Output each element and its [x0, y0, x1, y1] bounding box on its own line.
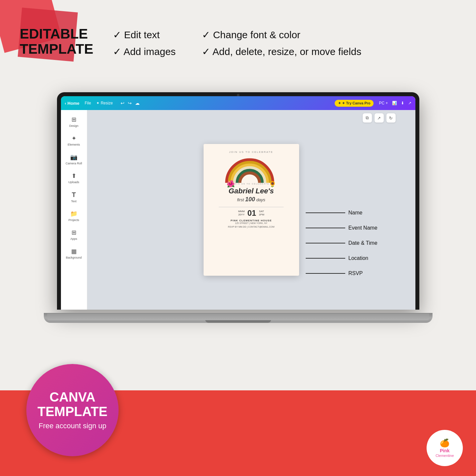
share-icon[interactable]: ↗	[408, 101, 411, 105]
flower-left: 🌺	[227, 180, 235, 188]
sidebar-text-label: Text	[71, 200, 77, 203]
circle-title: CANVATEMPLATE	[38, 390, 108, 419]
back-arrow-icon: ‹	[65, 101, 66, 106]
canva-topbar: ‹ Home File ✦ Resize ↩ ↪ ☁ ✦	[61, 96, 415, 110]
sidebar-item-elements[interactable]: ✦ Elements	[62, 132, 85, 149]
invite-sat-block: SAT 1PM	[259, 210, 264, 216]
sidebar-projects-label: Projects	[69, 218, 79, 222]
elements-icon: ✦	[71, 135, 76, 142]
pc-label: PC +	[379, 101, 388, 105]
invite-rsvp: RSVP BY MM.DD | CONTACT@EMAIL.COM	[228, 226, 274, 228]
fruit-icon: 🍊	[440, 438, 450, 448]
canva-canvas-area: ⧉ ↗ ↻ JOIN US TO CELEBRATE	[87, 110, 415, 310]
invitation-card: JOIN US TO CELEBRATE	[204, 144, 299, 276]
refresh-icon[interactable]: ↻	[386, 113, 396, 123]
canva-top-right-icons: PC + 📊 ⬇ ↗	[379, 101, 411, 105]
rsvp-annotation-label: RSVP	[349, 270, 363, 276]
sidebar-design-label: Design	[69, 124, 78, 127]
feature-3: ✓ Change font & color	[202, 26, 361, 43]
try-canva-pro-button[interactable]: ✦ ✦ Try Canva Pro	[335, 100, 374, 107]
canva-resize-button[interactable]: ✦ Resize	[96, 101, 113, 105]
circle-subtitle: Free account sign up	[39, 421, 106, 431]
canva-sidebar: ⊞ Design ✦ Elements 📷 Camera Roll	[61, 110, 87, 310]
sidebar-item-projects[interactable]: 📁 Projects	[62, 208, 85, 224]
rainbow-area: JOIN US TO CELEBRATE 🌺 🌻	[223, 155, 279, 186]
rsvp-annotation-line	[306, 273, 345, 274]
card-with-annotations: JOIN US TO CELEBRATE	[204, 144, 299, 276]
annotation-rsvp: RSVP	[306, 270, 378, 276]
sidebar-background-label: Background	[66, 256, 82, 259]
brand-logo: 🍊 Pink Clementine	[427, 430, 463, 466]
annotation-layer: Name Event Name Date & Time	[306, 210, 378, 276]
laptop-keyboard	[47, 314, 429, 320]
date-annotation-line	[306, 243, 345, 243]
annotation-location: Location	[306, 255, 378, 261]
location-annotation-label: Location	[349, 255, 369, 261]
join-us-arc: JOIN US TO CELEBRATE	[233, 183, 269, 185]
sidebar-camera-label: Camera Roll	[66, 162, 82, 165]
1pm-label: 1PM	[259, 213, 264, 216]
feature-1: ✓ Edit text	[113, 26, 176, 43]
invite-location-name: PINK CLEMENTINE HOUSE	[231, 219, 272, 222]
brand-sub-name: Clementine	[435, 454, 454, 458]
laptop-bezel: ‹ Home File ✦ Resize ↩ ↪ ☁ ✦	[57, 92, 419, 310]
sidebar-item-background[interactable]: ▦ Background	[62, 245, 85, 262]
redo-icon[interactable]: ↪	[128, 100, 132, 106]
sidebar-item-text[interactable]: T Text	[62, 188, 85, 206]
top-info-area: EDITABLETEMPLATE ✓ Edit text ✓ Add image…	[20, 26, 456, 60]
laptop-mockup: ‹ Home File ✦ Resize ↩ ↪ ☁ ✦	[57, 92, 419, 323]
sidebar-item-apps[interactable]: ⊞ Apps	[62, 226, 85, 243]
chart-icon[interactable]: 📊	[392, 101, 397, 105]
copy-icon[interactable]: ⧉	[363, 113, 372, 123]
canva-toolbar-icons: ↩ ↪ ☁	[121, 100, 140, 106]
canva-file-menu[interactable]: File	[85, 101, 91, 105]
first-word: first	[237, 197, 244, 202]
feature-2: ✓ Add images	[113, 43, 176, 60]
sidebar-item-camera-roll[interactable]: 📷 Camera Roll	[62, 151, 85, 168]
event-name-annotation-line	[306, 228, 345, 228]
camera-icon: 📷	[70, 154, 77, 161]
name-annotation-label: Name	[349, 210, 363, 216]
name-annotation-line	[306, 212, 345, 213]
annotation-name: Name	[306, 210, 378, 216]
annotation-event-name: Event Name	[306, 225, 378, 231]
sidebar-item-design[interactable]: ⊞ Design	[62, 113, 85, 130]
sidebar-uploads-label: Uploads	[68, 181, 79, 184]
invite-date-row: MMM 20YY 01 SAT 1PM	[238, 209, 264, 218]
canvas-floating-tools: ⧉ ↗ ↻	[363, 113, 396, 123]
invite-mmm-block: MMM 20YY	[238, 210, 245, 216]
projects-icon: 📁	[70, 210, 77, 217]
laptop-outer: ‹ Home File ✦ Resize ↩ ↪ ☁ ✦	[57, 92, 419, 323]
invite-name: Gabriel Lee's	[229, 187, 274, 195]
design-icon: ⊞	[71, 116, 76, 123]
home-label: Home	[68, 101, 79, 106]
canva-main-area: ⊞ Design ✦ Elements 📷 Camera Roll	[61, 110, 415, 310]
feature-4: ✓ Add, delete, resize, or move fields	[202, 43, 361, 60]
canva-interface: ‹ Home File ✦ Resize ↩ ↪ ☁ ✦	[61, 96, 415, 310]
features-list: ✓ Edit text ✓ Add images ✓ Change font &…	[113, 26, 361, 60]
sat-label: SAT	[259, 210, 264, 213]
invite-event-line: first 100 days	[237, 196, 266, 203]
sidebar-apps-label: Apps	[70, 237, 77, 240]
days-number: 100	[245, 196, 255, 203]
editable-template-label: EDITABLETEMPLATE	[20, 26, 93, 57]
yy-label: 20YY	[238, 213, 245, 216]
undo-icon[interactable]: ↩	[121, 100, 125, 106]
text-icon: T	[72, 191, 76, 199]
background-icon: ▦	[71, 248, 77, 255]
location-annotation-line	[306, 258, 345, 259]
external-link-icon[interactable]: ↗	[375, 113, 384, 123]
cloud-save-icon[interactable]: ☁	[135, 100, 140, 106]
canva-home-button[interactable]: ‹ Home	[65, 101, 79, 106]
sidebar-item-uploads[interactable]: ⬆ Uploads	[62, 170, 85, 186]
invite-location-address: 125 STREET | NEW YORK, NY	[235, 222, 267, 224]
flower-right: 🌻	[269, 181, 276, 188]
try-canva-label: ✦ Try Canva Pro	[342, 101, 370, 105]
days-word: days	[256, 197, 265, 202]
star-icon: ✦	[338, 101, 341, 105]
download-icon[interactable]: ⬇	[401, 101, 404, 105]
invite-day-number: 01	[247, 209, 256, 218]
event-name-annotation-label: Event Name	[349, 225, 378, 231]
canva-template-circle: CANVATEMPLATE Free account sign up	[26, 364, 119, 456]
annotation-date-time: Date & Time	[306, 240, 378, 246]
